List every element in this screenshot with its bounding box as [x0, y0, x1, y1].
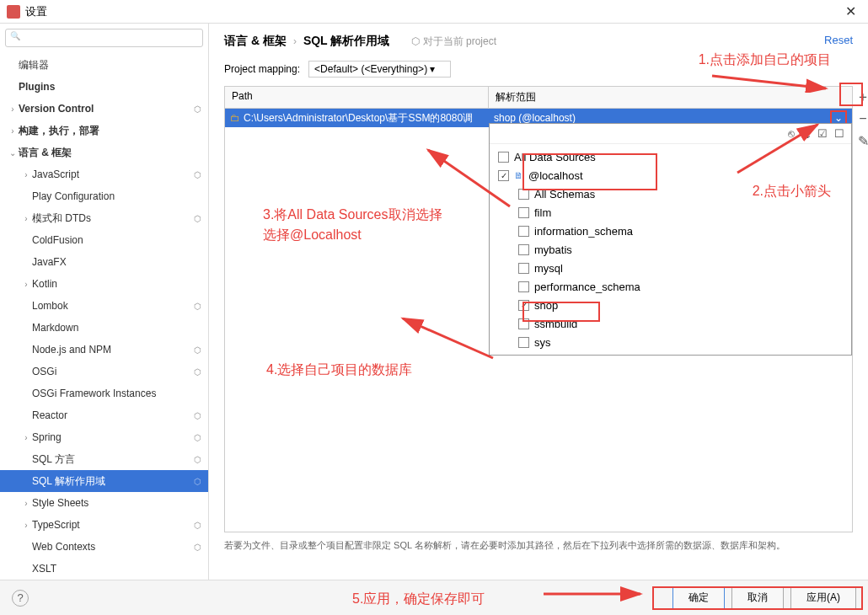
ok-button[interactable]: 确定 — [672, 586, 725, 609]
sidebar-item-label: XSLT — [32, 563, 201, 575]
sidebar-item[interactable]: ›Version Control⬡ — [0, 98, 208, 120]
checkbox[interactable] — [498, 170, 509, 181]
select-all-icon[interactable]: ☑ — [817, 127, 828, 140]
sidebar-item[interactable]: ›Spring⬡ — [0, 426, 208, 448]
breadcrumb-a: 语言 & 框架 — [224, 34, 287, 49]
sidebar-item[interactable]: ⌄语言 & 框架 — [0, 142, 208, 163]
sidebar-item[interactable]: ›TypeScript⬡ — [0, 514, 208, 536]
badge-icon: ⬡ — [194, 543, 201, 552]
cancel-button[interactable]: 取消 — [731, 586, 784, 609]
help-icon[interactable]: ? — [12, 590, 29, 607]
sidebar-item-label: Reactor — [32, 409, 194, 421]
dropdown-item-label: shop — [534, 299, 558, 312]
sidebar-item-label: Plugins — [19, 81, 201, 93]
sidebar-item-label: SQL 方言 — [32, 452, 194, 467]
collapse-all-icon[interactable]: ⇅ — [801, 127, 811, 140]
sidebar-item[interactable]: JavaFX — [0, 251, 208, 273]
app-icon — [7, 5, 20, 19]
badge-icon: ⬡ — [194, 367, 201, 377]
dropdown-item-label: All Data Sources — [514, 151, 596, 163]
window-title: 设置 — [25, 4, 840, 19]
checkbox[interactable] — [518, 244, 529, 255]
main-panel: 语言 & 框架 › SQL 解析作用域 对于当前 project Reset P… — [209, 24, 868, 580]
checkbox[interactable] — [518, 337, 529, 348]
sidebar-item-label: Web Contexts — [32, 541, 194, 553]
breadcrumb-b: SQL 解析作用域 — [303, 34, 389, 49]
sidebar-item-label: Lombok — [32, 300, 194, 312]
breadcrumb: 语言 & 框架 › SQL 解析作用域 对于当前 project — [209, 24, 868, 56]
dropdown-item[interactable]: sys — [490, 333, 851, 351]
expand-all-icon[interactable]: ⎋ — [788, 127, 795, 140]
dropdown-item[interactable]: All Schemas — [490, 184, 851, 203]
titlebar: 设置 ✕ — [0, 0, 868, 24]
dropdown-item[interactable]: 🗎@localhost — [490, 166, 851, 184]
sidebar-item[interactable]: ›模式和 DTDs⬡ — [0, 207, 208, 229]
sidebar-item[interactable]: SQL 解析作用域⬡ — [0, 470, 208, 492]
dropdown-item[interactable]: mybatis — [490, 240, 851, 259]
sidebar-item-label: JavaFX — [32, 256, 201, 268]
chevron-icon: › — [20, 280, 32, 289]
dropdown-item[interactable]: mysql — [490, 259, 851, 277]
badge-icon: ⬡ — [194, 433, 201, 442]
dropdown-item[interactable]: All Data Sources — [490, 147, 851, 166]
chevron-icon: › — [20, 521, 32, 530]
sidebar-item[interactable]: 编辑器 — [0, 54, 208, 76]
chevron-icon: › — [20, 170, 32, 179]
edit-icon[interactable]: ✎ — [855, 132, 868, 149]
checkbox[interactable] — [518, 226, 529, 237]
dropdown-item[interactable]: information_schema — [490, 222, 851, 240]
sidebar-item[interactable]: Play Configuration — [0, 185, 208, 207]
checkbox[interactable] — [518, 318, 529, 329]
checkbox[interactable] — [518, 207, 529, 218]
dropdown-item[interactable]: performance_schema — [490, 277, 851, 296]
add-icon[interactable]: ＋ — [855, 88, 868, 105]
badge-icon: ⬡ — [194, 521, 201, 530]
sidebar-item[interactable]: ›Style Sheets — [0, 492, 208, 514]
folder-icon: 🗀 — [230, 112, 240, 124]
footer-note: 若要为文件、目录或整个项目配置非限定 SQL 名称解析，请在必要时添加其路径，然… — [209, 532, 868, 559]
sidebar-item-label: 模式和 DTDs — [32, 211, 194, 226]
dropdown-item[interactable]: film — [490, 203, 851, 222]
sidebar-item[interactable]: Web Contexts⬡ — [0, 536, 208, 558]
sidebar-item-label: Kotlin — [32, 278, 201, 290]
sidebar-item[interactable]: Lombok⬡ — [0, 295, 208, 317]
dropdown-item-label: mysql — [534, 262, 563, 275]
reset-link[interactable]: Reset — [824, 34, 853, 46]
sidebar-item[interactable]: XSLT — [0, 558, 208, 580]
checkbox[interactable] — [498, 152, 509, 163]
search-input[interactable] — [5, 29, 203, 47]
badge-icon: ⬡ — [194, 170, 201, 179]
checkbox[interactable] — [518, 281, 529, 292]
sidebar-item-label: Markdown — [32, 322, 201, 334]
dropdown-item-label: mybatis — [534, 243, 572, 256]
sidebar-item-label: JavaScript — [32, 168, 194, 180]
dropdown-item[interactable]: shop — [490, 296, 851, 314]
sidebar-item[interactable]: ›JavaScript⬡ — [0, 163, 208, 185]
sidebar-item[interactable]: Markdown — [0, 317, 208, 339]
close-icon[interactable]: ✕ — [840, 3, 861, 19]
chevron-right-icon: › — [293, 35, 297, 47]
chevron-icon: ⌄ — [7, 148, 19, 158]
checkbox[interactable] — [518, 189, 529, 200]
remove-icon[interactable]: − — [855, 110, 868, 127]
bottom-bar: ? 确定 取消 应用(A) — [0, 580, 868, 615]
checkbox[interactable] — [518, 300, 529, 311]
sidebar-item[interactable]: SQL 方言⬡ — [0, 448, 208, 470]
sidebar-item[interactable]: Node.js and NPM⬡ — [0, 339, 208, 361]
settings-tree[interactable]: 编辑器Plugins›Version Control⬡›构建，执行，部署⌄语言 … — [0, 52, 208, 580]
sidebar-item[interactable]: Plugins — [0, 76, 208, 98]
sidebar-item[interactable]: ›构建，执行，部署 — [0, 120, 208, 142]
dropdown-item[interactable]: ssmbuild — [490, 314, 851, 333]
sidebar-item[interactable]: ColdFusion — [0, 229, 208, 251]
sidebar-item-label: Spring — [32, 431, 194, 443]
deselect-all-icon[interactable]: ☐ — [834, 127, 844, 140]
sidebar-item-label: TypeScript — [32, 519, 194, 531]
sidebar-item[interactable]: Reactor⬡ — [0, 404, 208, 426]
apply-button[interactable]: 应用(A) — [790, 586, 856, 609]
sidebar-item[interactable]: OSGi Framework Instances — [0, 382, 208, 404]
sidebar-item[interactable]: ›Kotlin — [0, 273, 208, 295]
sidebar-item[interactable]: OSGi⬡ — [0, 361, 208, 382]
checkbox[interactable] — [518, 263, 529, 274]
mapping-select[interactable]: <Default> (<Everything>) ▾ — [308, 61, 451, 78]
row-path: C:\Users\Administrator\Desktop\基于SSM的808… — [244, 111, 473, 126]
